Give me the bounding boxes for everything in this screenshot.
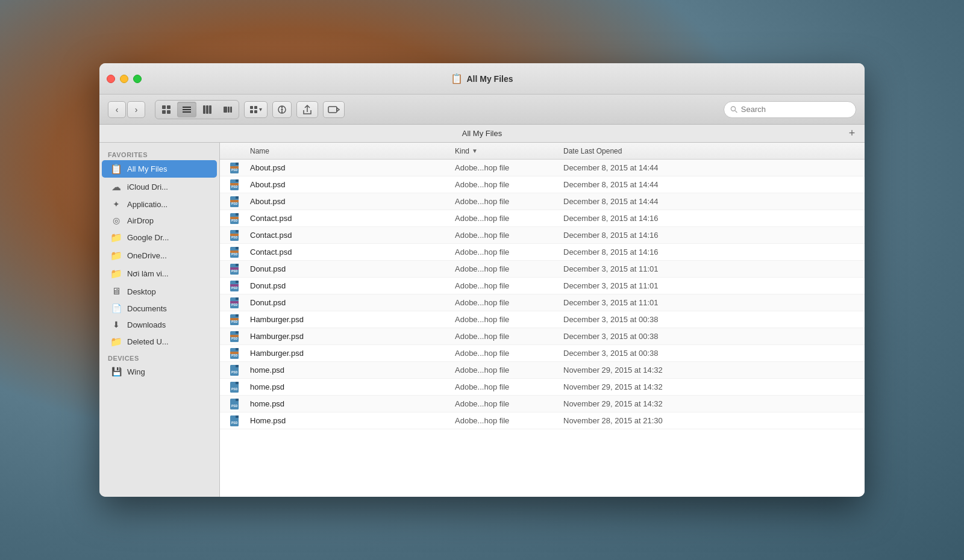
titlebar: 📋 All My Files xyxy=(99,63,865,95)
file-kind: Adobe...hop file xyxy=(449,163,557,172)
file-name: Hamburger.psd xyxy=(250,332,449,341)
file-date: December 3, 2015 at 00:38 xyxy=(557,349,865,358)
sidebar-label-documents: Documents xyxy=(127,304,167,313)
list-view-button[interactable] xyxy=(177,102,196,117)
sidebar-label-all-my-files: All My Files xyxy=(127,164,167,173)
file-icon-cell: PSD xyxy=(220,314,250,326)
search-bar[interactable] xyxy=(724,101,856,118)
sidebar-label-work: Nơi làm vi... xyxy=(127,269,169,278)
file-kind: Adobe...hop file xyxy=(449,315,557,324)
toolbar: ‹ › xyxy=(99,95,865,125)
svg-marker-40 xyxy=(236,213,239,216)
add-tab-button[interactable]: + xyxy=(845,127,859,140)
wing-icon: 💾 xyxy=(110,367,122,376)
file-kind: Adobe...hop file xyxy=(449,214,557,223)
table-row[interactable]: PSDhome.psdAdobe...hop fileNovember 29, … xyxy=(220,396,865,412)
file-kind: Adobe...hop file xyxy=(449,231,557,240)
sidebar-item-deleted[interactable]: 📁 Deleted U... xyxy=(102,333,217,350)
table-row[interactable]: PSDContact.psdAdobe...hop fileDecember 8… xyxy=(220,244,865,261)
svg-rect-42 xyxy=(230,217,239,219)
back-button[interactable]: ‹ xyxy=(108,101,126,118)
table-row[interactable]: PSDAbout.psdAdobe...hop fileDecember 8, … xyxy=(220,193,865,210)
arrange-button[interactable]: ▾ xyxy=(244,101,268,118)
file-list[interactable]: Name Kind ▼ Date Last Opened PSDAbout.ps… xyxy=(220,143,865,497)
svg-marker-79 xyxy=(236,382,239,384)
close-button[interactable] xyxy=(107,75,115,83)
content-area: Favorites 📋 All My Files ☁ iCloud Dri...… xyxy=(99,143,865,497)
file-icon-cell: PSD xyxy=(220,415,250,427)
file-date: November 29, 2015 at 14:32 xyxy=(557,382,865,391)
svg-rect-4 xyxy=(183,107,191,108)
svg-rect-11 xyxy=(228,107,230,113)
sidebar-item-work[interactable]: 📁 Nơi làm vi... xyxy=(102,265,217,282)
maximize-button[interactable] xyxy=(133,75,142,83)
file-date: December 8, 2015 at 14:44 xyxy=(557,163,865,172)
sidebar-label-desktop: Desktop xyxy=(127,287,156,296)
sidebar-item-applications[interactable]: ✦ Applicatio... xyxy=(102,196,217,212)
icon-view-button[interactable] xyxy=(157,102,176,117)
file-kind: Adobe...hop file xyxy=(449,349,557,358)
svg-marker-28 xyxy=(236,163,239,165)
table-row[interactable]: PSDContact.psdAdobe...hop fileDecember 8… xyxy=(220,227,865,244)
table-row[interactable]: PSDHamburger.psdAdobe...hop fileDecember… xyxy=(220,328,865,345)
column-headers: Name Kind ▼ Date Last Opened xyxy=(220,143,865,160)
file-date: December 3, 2015 at 11:01 xyxy=(557,281,865,290)
file-icon-cell: PSD xyxy=(220,381,250,393)
svg-marker-85 xyxy=(236,415,239,418)
table-row[interactable]: PSDDonut.psdAdobe...hop fileDecember 3, … xyxy=(220,294,865,311)
sidebar-label-wing: Wing xyxy=(127,367,145,376)
svg-rect-46 xyxy=(230,234,239,236)
table-row[interactable]: PSDDonut.psdAdobe...hop fileDecember 3, … xyxy=(220,261,865,278)
file-kind: Adobe...hop file xyxy=(449,399,557,408)
search-input[interactable] xyxy=(741,105,850,114)
forward-button[interactable]: › xyxy=(127,101,145,118)
file-icon-cell: PSD xyxy=(220,179,250,191)
sidebar-label-icloud: iCloud Dri... xyxy=(127,182,168,191)
column-view-button[interactable] xyxy=(198,102,217,117)
date-column-header[interactable]: Date Last Opened xyxy=(557,143,865,159)
share-button[interactable] xyxy=(296,101,318,118)
svg-rect-12 xyxy=(230,107,232,113)
sidebar-item-google-drive[interactable]: 📁 Google Dr... xyxy=(102,229,217,246)
table-row[interactable]: PSDhome.psdAdobe...hop fileNovember 29, … xyxy=(220,379,865,396)
sidebar-item-downloads[interactable]: ⬇ Downloads xyxy=(102,317,217,332)
file-kind: Adobe...hop file xyxy=(449,416,557,425)
sidebar-item-icloud[interactable]: ☁ iCloud Dri... xyxy=(102,178,217,196)
table-row[interactable]: PSDAbout.psdAdobe...hop fileDecember 8, … xyxy=(220,176,865,193)
favorites-label: Favorites xyxy=(99,148,219,160)
svg-marker-36 xyxy=(236,196,239,199)
table-row[interactable]: PSDHome.psdAdobe...hop fileNovember 28, … xyxy=(220,412,865,429)
work-icon: 📁 xyxy=(110,268,122,279)
table-row[interactable]: PSDDonut.psdAdobe...hop fileDecember 3, … xyxy=(220,278,865,294)
tag-button[interactable] xyxy=(323,101,345,118)
view-buttons xyxy=(155,100,239,119)
svg-rect-3 xyxy=(167,110,171,114)
file-name: Contact.psd xyxy=(250,214,449,223)
sidebar-item-documents[interactable]: 📄 Documents xyxy=(102,300,217,316)
svg-rect-8 xyxy=(206,105,208,114)
table-row[interactable]: PSDhome.psdAdobe...hop fileNovember 29, … xyxy=(220,362,865,379)
table-row[interactable]: PSDAbout.psdAdobe...hop fileDecember 8, … xyxy=(220,160,865,176)
file-name: Hamburger.psd xyxy=(250,315,449,324)
svg-marker-76 xyxy=(236,365,239,367)
minimize-button[interactable] xyxy=(120,75,128,83)
sidebar-label-deleted: Deleted U... xyxy=(127,337,169,346)
sidebar-item-onedrive[interactable]: 📁 OneDrive... xyxy=(102,247,217,264)
sidebar-item-wing[interactable]: 💾 Wing xyxy=(102,364,217,379)
table-row[interactable]: PSDHamburger.psdAdobe...hop fileDecember… xyxy=(220,311,865,328)
table-row[interactable]: PSDContact.psdAdobe...hop fileDecember 8… xyxy=(220,210,865,227)
sidebar-item-airdrop[interactable]: ◎ AirDrop xyxy=(102,213,217,228)
svg-line-26 xyxy=(735,111,737,113)
file-kind: Adobe...hop file xyxy=(449,281,557,290)
kind-column-header[interactable]: Kind ▼ xyxy=(449,143,557,159)
svg-rect-9 xyxy=(209,105,211,114)
svg-rect-16 xyxy=(254,110,257,113)
svg-text:PSD: PSD xyxy=(231,370,238,374)
name-column-header[interactable]: Name xyxy=(220,143,449,159)
sidebar-item-desktop[interactable]: 🖥 Desktop xyxy=(102,283,217,300)
action-button[interactable] xyxy=(272,101,292,118)
sidebar-item-all-my-files[interactable]: 📋 All My Files xyxy=(102,160,217,178)
file-date: December 8, 2015 at 14:44 xyxy=(557,180,865,189)
table-row[interactable]: PSDHamburger.psdAdobe...hop fileDecember… xyxy=(220,345,865,362)
cover-view-button[interactable] xyxy=(218,102,237,117)
